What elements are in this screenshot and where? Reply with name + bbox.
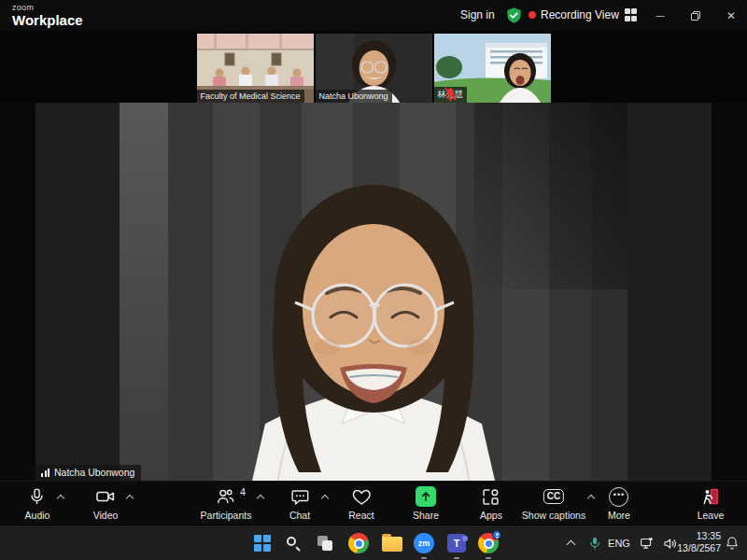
participants-icon: 4: [216, 486, 236, 507]
chrome-icon: [348, 533, 369, 553]
taskbar-chrome-profile[interactable]: [472, 525, 504, 560]
start-button[interactable]: [247, 525, 278, 560]
recording-indicator[interactable]: Recording: [529, 8, 592, 21]
react-button[interactable]: React: [348, 486, 374, 521]
view-button[interactable]: View: [595, 8, 637, 21]
recording-dot-icon: [529, 11, 536, 19]
zoom-meeting-window: zoom Workplace Sign in Recording View ─ …: [0, 0, 747, 560]
windows-taskbar: zm T ENG 13:35 13/8/2567: [0, 525, 747, 560]
view-label: View: [595, 8, 619, 21]
sign-in-button[interactable]: Sign in: [460, 8, 495, 21]
tray-microphone[interactable]: [587, 525, 602, 560]
leave-button[interactable]: Leave: [698, 486, 725, 521]
heart-icon: [351, 486, 372, 507]
microphone-icon: [28, 486, 47, 507]
tray-volume[interactable]: [663, 525, 679, 560]
tray-language[interactable]: ENG: [608, 525, 630, 560]
thumbnail-name-label: Faculty of Medical Science: [197, 90, 304, 103]
gallery-filmstrip: Faculty of Medical Science Natcha Ubonwo…: [0, 31, 747, 103]
chat-bubble-icon: [290, 486, 310, 507]
participants-count: 4: [240, 486, 246, 497]
apps-button[interactable]: Apps: [480, 486, 502, 521]
chat-options-chevron[interactable]: [322, 494, 329, 500]
chevron-up-icon: [567, 539, 576, 548]
running-indicator: [421, 557, 427, 559]
audio-button[interactable]: Audio: [25, 486, 50, 521]
recording-label: Recording: [541, 8, 592, 21]
participants-button[interactable]: 4 Participants: [201, 486, 252, 521]
tray-hidden-icons-chevron[interactable]: [567, 525, 576, 560]
close-button[interactable]: ✕: [713, 0, 747, 31]
speaker-video-feed: [120, 103, 627, 481]
brand-zoom: zoom: [12, 4, 83, 12]
video-options-chevron[interactable]: [127, 494, 134, 500]
leave-label: Leave: [698, 510, 725, 521]
thumbnail-name-label: 林光慧: [434, 87, 467, 103]
share-button[interactable]: Share: [413, 486, 439, 521]
connection-signal-icon: [41, 469, 49, 477]
chat-button[interactable]: Chat: [289, 486, 310, 521]
speaker-icon: [663, 536, 679, 552]
share-label: Share: [413, 510, 439, 521]
more-ellipsis-icon: •••: [610, 486, 629, 507]
windows-logo-icon: [254, 535, 271, 552]
apps-label: Apps: [480, 510, 502, 521]
chat-label: Chat: [289, 510, 310, 521]
captions-options-chevron[interactable]: [588, 494, 595, 500]
thumbnail-name-text: Natcha Ubonwong: [319, 91, 388, 101]
taskbar-file-explorer[interactable]: [376, 525, 408, 560]
folder-icon: [382, 537, 402, 553]
taskbar-chrome[interactable]: [343, 525, 374, 560]
titlebar: zoom Workplace Sign in Recording View ─ …: [0, 0, 747, 31]
tray-time: 13:35: [677, 530, 721, 542]
restore-icon: [691, 11, 700, 21]
running-indicator: [486, 557, 491, 559]
video-thumbnail-linguanghui[interactable]: 林光慧: [434, 34, 551, 103]
chrome-profile-icon: [478, 533, 499, 553]
search-icon: [285, 535, 302, 552]
video-button[interactable]: Video: [93, 486, 119, 521]
video-thumbnail-natcha-active[interactable]: Natcha Ubonwong: [316, 34, 432, 103]
minimize-button[interactable]: ─: [642, 0, 678, 31]
tray-clock[interactable]: 13:35 13/8/2567: [677, 530, 721, 554]
zoom-app-icon: zm: [414, 533, 434, 553]
video-thumbnail-faculty[interactable]: Faculty of Medical Science: [197, 34, 314, 103]
thumbnail-name-label: Natcha Ubonwong: [316, 90, 392, 103]
zoom-workplace-logo: zoom Workplace: [12, 4, 83, 27]
main-stage: Natcha Ubonwong: [0, 103, 747, 481]
participants-label: Participants: [201, 510, 252, 521]
tray-date: 13/8/2567: [677, 542, 721, 554]
view-grid-icon: [625, 8, 638, 21]
participants-options-chevron[interactable]: [258, 494, 264, 500]
active-speaker-nameplate: Natcha Ubonwong: [35, 465, 141, 481]
react-label: React: [348, 510, 374, 521]
taskbar-search-button[interactable]: [277, 525, 309, 560]
share-screen-icon: [416, 486, 436, 507]
mic-in-use-icon: [587, 536, 602, 551]
teams-icon: T: [447, 534, 466, 553]
camera-icon: [95, 486, 116, 507]
audio-options-chevron[interactable]: [58, 494, 64, 500]
restore-button[interactable]: [678, 0, 713, 31]
thumbnail-name-text: Faculty of Medical Science: [201, 91, 301, 101]
taskbar-teams[interactable]: T: [441, 525, 472, 560]
leave-door-icon: [700, 486, 721, 507]
video-label: Video: [93, 510, 119, 521]
muted-mic-icon: [434, 87, 467, 103]
task-view-icon: [317, 535, 333, 552]
security-shield-icon[interactable]: [505, 7, 523, 24]
tray-network[interactable]: [640, 525, 655, 560]
task-view-button[interactable]: [309, 525, 341, 560]
audio-label: Audio: [25, 510, 50, 521]
taskbar-zoom-app[interactable]: zm: [408, 525, 440, 560]
brand-workplace: Workplace: [12, 13, 83, 27]
tray-notifications[interactable]: [725, 525, 740, 560]
profile-badge-icon: [492, 530, 501, 539]
show-captions-label: Show captions: [522, 510, 585, 521]
meeting-toolbar: Audio Video 4 Participants Chat: [0, 481, 747, 525]
apps-icon: [482, 486, 501, 507]
more-button[interactable]: ••• More: [608, 486, 630, 521]
more-label: More: [608, 510, 630, 521]
show-captions-button[interactable]: CC Show captions: [522, 486, 585, 521]
active-speaker-name: Natcha Ubonwong: [54, 467, 134, 478]
